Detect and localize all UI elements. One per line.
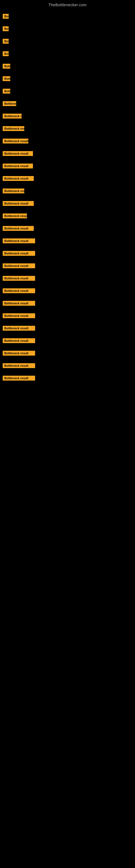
bottleneck-result-label: Bottleneck result [3,326,35,331]
list-item: Bottleneck result [3,288,132,293]
list-item: Bottleneck result [3,264,132,268]
list-item: Bottleneck result [3,313,132,318]
list-item: Bottleneck result [3,114,132,119]
list-item: Bottleneck result [3,376,132,380]
list-item: Bottleneck result [3,163,132,168]
bottleneck-result-label: Bottleneck result [3,301,35,306]
list-item: Bottleneck result [3,126,132,131]
list-item: Bottleneck result [3,76,132,81]
site-header: TheBottlenecker.com [0,0,135,8]
bottleneck-result-label: Bottleneck result [3,51,9,56]
bottleneck-result-label: Bottleneck result [3,163,33,168]
bottleneck-result-label: Bottleneck result [3,338,35,343]
bottleneck-result-label: Bottleneck result [3,214,27,218]
bottleneck-result-label: Bottleneck result [3,26,9,31]
list-item: Bottleneck result [3,226,132,231]
list-item: Bottleneck result [3,14,132,19]
bottleneck-result-label: Bottleneck result [3,89,10,94]
bottleneck-result-label: Bottleneck result [3,363,35,368]
bottleneck-result-label: Bottleneck result [3,39,9,44]
bottleneck-result-label: Bottleneck result [3,14,9,19]
bottleneck-result-label: Bottleneck result [3,101,16,106]
list-item: Bottleneck result [3,251,132,256]
bottleneck-result-label: Bottleneck result [3,351,35,355]
bottleneck-result-label: Bottleneck result [3,251,35,256]
list-item: Bottleneck result [3,201,132,206]
list-item: Bottleneck result [3,39,132,44]
list-item: Bottleneck result [3,326,132,331]
list-item: Bottleneck result [3,51,132,56]
list-item: Bottleneck result [3,26,132,31]
bottleneck-result-label: Bottleneck result [3,288,35,293]
bottleneck-result-label: Bottleneck result [3,126,24,131]
list-item: Bottleneck result [3,363,132,368]
list-item: Bottleneck result [3,188,132,193]
bottleneck-result-label: Bottleneck result [3,151,33,156]
bottleneck-result-label: Bottleneck result [3,313,35,318]
list-item: Bottleneck result [3,89,132,94]
list-item: Bottleneck result [3,351,132,355]
bottleneck-result-label: Bottleneck result [3,239,35,243]
list-item: Bottleneck result [3,151,132,156]
list-item: Bottleneck result [3,276,132,281]
bottleneck-result-label: Bottleneck result [3,201,34,206]
list-item: Bottleneck result [3,138,132,144]
bottleneck-result-label: Bottleneck result [3,114,21,119]
bottleneck-result-label: Bottleneck result [3,188,24,193]
list-item: Bottleneck result [3,301,132,306]
bottleneck-result-label: Bottleneck result [3,138,28,144]
bottleneck-result-label: Bottleneck result [3,264,35,268]
bottleneck-result-label: Bottleneck result [3,76,10,81]
list-item: Bottleneck result [3,64,132,69]
bottleneck-result-label: Bottleneck result [3,376,35,380]
bottleneck-result-label: Bottleneck result [3,276,35,281]
bottleneck-result-label: Bottleneck result [3,176,34,181]
site-title: TheBottlenecker.com [0,0,135,8]
list-item: Bottleneck result [3,239,132,243]
list-item: Bottleneck result [3,176,132,181]
bottleneck-result-label: Bottleneck result [3,226,34,231]
bottleneck-result-label: Bottleneck result [3,64,10,69]
list-item: Bottleneck result [3,214,132,218]
list-item: Bottleneck result [3,338,132,343]
list-item: Bottleneck result [3,101,132,106]
